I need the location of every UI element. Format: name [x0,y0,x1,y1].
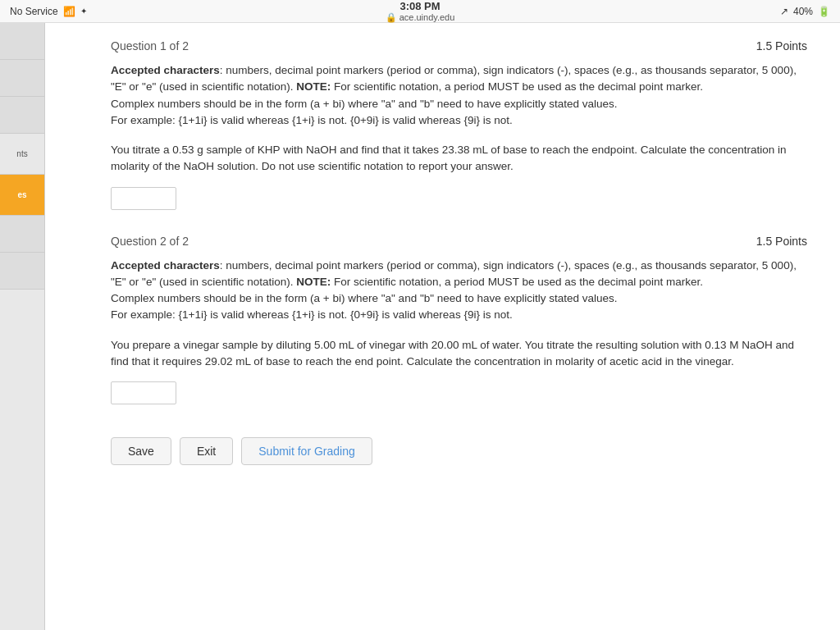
status-right: ↗ 40% 🔋 [780,6,830,17]
question-2-accepted-label: Accepted characters [111,259,220,272]
sidebar: nts es [0,23,45,630]
sidebar-item-es-label: es [17,190,26,199]
content-area: Question 1 of 2 1.5 Points Accepted char… [45,23,840,630]
question-1-complex-1: Complex numbers should be in the form (a… [111,98,618,110]
action-buttons: Save Exit Submit for Grading [111,429,807,465]
question-2-answer-input[interactable] [111,381,176,404]
question-2-note-text: For scientific notation, a period MUST b… [331,276,703,288]
save-button[interactable]: Save [111,437,171,465]
question-1-answer-input[interactable] [111,187,176,210]
question-2-points: 1.5 Points [756,235,807,248]
battery-icon: 🔋 [818,6,830,17]
question-1-complex-2: For example: {1+1i} is valid whereas {1+… [111,114,513,126]
sidebar-item-nts[interactable]: nts [0,134,44,175]
question-2-header: Question 2 of 2 1.5 Points [111,235,807,248]
question-2-text: You prepare a vinegar sample by diluting… [111,337,807,371]
question-2-complex-2: For example: {1+1i} is valid whereas {1+… [111,308,513,321]
status-center: 3:08 PM 🔒 ace.uindy.edu [386,0,455,23]
url-text: ace.uindy.edu [399,12,455,22]
battery-percent: 40% [793,6,813,17]
question-2-accepted-chars: Accepted characters: numbers, decimal po… [111,258,807,324]
url-bar: 🔒 ace.uindy.edu [386,12,455,23]
question-2-block: Question 2 of 2 1.5 Points Accepted char… [111,235,807,405]
question-2-complex-1: Complex numbers should be in the form (a… [111,292,618,304]
sidebar-stub-4 [0,216,44,253]
question-2-note-label: NOTE: [296,276,331,288]
sidebar-stub-3 [0,97,44,134]
question-1-text: You titrate a 0.53 g sample of KHP with … [111,142,807,176]
status-bar: No Service 📶 ✦ 3:08 PM 🔒 ace.uindy.edu ↗… [0,0,840,23]
question-1-header: Question 1 of 2 1.5 Points [111,39,807,52]
question-1-note-text: For scientific notation, a period MUST b… [331,80,703,93]
sidebar-stub-2 [0,60,44,97]
question-1-accepted-chars: Accepted characters: numbers, decimal po… [111,62,807,129]
question-2-label: Question 2 of 2 [111,235,189,248]
time-display: 3:08 PM [386,0,455,12]
sidebar-item-nts-label: nts [16,149,27,158]
exit-button[interactable]: Exit [180,437,233,465]
wifi-icon: 📶 [63,6,75,17]
question-1-block: Question 1 of 2 1.5 Points Accepted char… [111,39,807,210]
lock-icon: 🔒 [386,12,397,23]
question-1-accepted-label: Accepted characters [111,64,220,76]
sidebar-stub-5 [0,253,44,290]
question-1-points: 1.5 Points [756,39,807,52]
question-1-label: Question 1 of 2 [111,39,189,52]
submit-button[interactable]: Submit for Grading [241,437,372,465]
signal-dots: ✦ [80,7,87,16]
carrier-text: No Service [10,6,58,17]
status-left: No Service 📶 ✦ [10,6,87,17]
sidebar-stub-1 [0,23,44,60]
question-1-note-label: NOTE: [296,80,331,93]
location-icon: ↗ [780,6,788,17]
main-layout: nts es Question 1 of 2 1.5 Points Accept… [0,23,840,630]
sidebar-item-es[interactable]: es [0,175,44,216]
